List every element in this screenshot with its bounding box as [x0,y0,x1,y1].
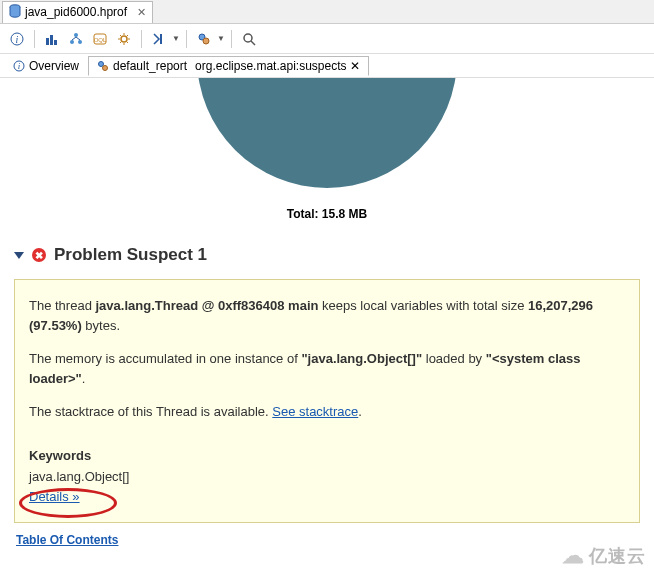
collapse-icon[interactable] [14,252,24,259]
tab-overview[interactable]: i Overview [4,56,88,76]
svg-rect-3 [46,38,49,45]
chart-total-label: Total: 15.8 MB [12,207,642,221]
tab-label-left: default_report [113,59,187,73]
svg-point-19 [103,65,108,70]
error-icon: ✖ [32,248,46,262]
svg-text:i: i [16,34,19,45]
gear-icon[interactable] [113,28,135,50]
close-icon[interactable]: ✕ [137,6,146,19]
editor-tab[interactable]: java_pid6000.hprof ✕ [2,1,153,23]
tab-suspects[interactable]: default_report org.eclipse.mat.api:suspe… [88,56,369,76]
run-icon[interactable] [148,28,170,50]
svg-point-7 [70,40,74,44]
svg-text:i: i [18,61,21,71]
close-icon[interactable]: ✕ [350,59,360,73]
search-icon[interactable] [238,28,260,50]
database-icon [9,4,21,21]
stacktrace-link[interactable]: See stacktrace [272,404,358,419]
svg-text:OQL: OQL [94,37,107,43]
watermark: ☁ 亿速云 [562,543,646,569]
suspect-description: The thread java.lang.Thread @ 0xff836408… [14,279,640,523]
cloud-icon: ☁ [562,543,585,569]
section-title: Problem Suspect 1 [54,245,207,265]
tab-label: Overview [29,59,79,73]
dropdown-arrow-icon[interactable]: ▼ [217,34,225,43]
toc-link[interactable]: Table Of Contents [16,533,118,547]
svg-rect-5 [54,40,57,45]
query-icon[interactable] [193,28,215,50]
dropdown-arrow-icon[interactable]: ▼ [172,34,180,43]
svg-point-6 [74,33,78,37]
svg-rect-12 [160,34,162,44]
info-icon[interactable]: i [6,28,28,50]
details-link[interactable]: Details » [29,489,80,504]
editor-tab-label: java_pid6000.hprof [25,5,127,19]
tree-icon[interactable] [65,28,87,50]
toolbar: i OQL ▼ ▼ [0,24,654,54]
pie-chart: Total: 15.8 MB [12,78,642,227]
oql-icon[interactable]: OQL [89,28,111,50]
svg-point-18 [99,61,104,66]
svg-point-8 [78,40,82,44]
histogram-icon[interactable] [41,28,63,50]
svg-point-15 [244,34,252,42]
svg-point-14 [203,38,209,44]
tab-label-right: org.eclipse.mat.api:suspects [195,59,346,73]
svg-point-11 [121,36,127,42]
keywords-label: Keywords [29,446,625,466]
keywords-value: java.lang.Object[] [29,467,625,487]
svg-rect-4 [50,35,53,45]
